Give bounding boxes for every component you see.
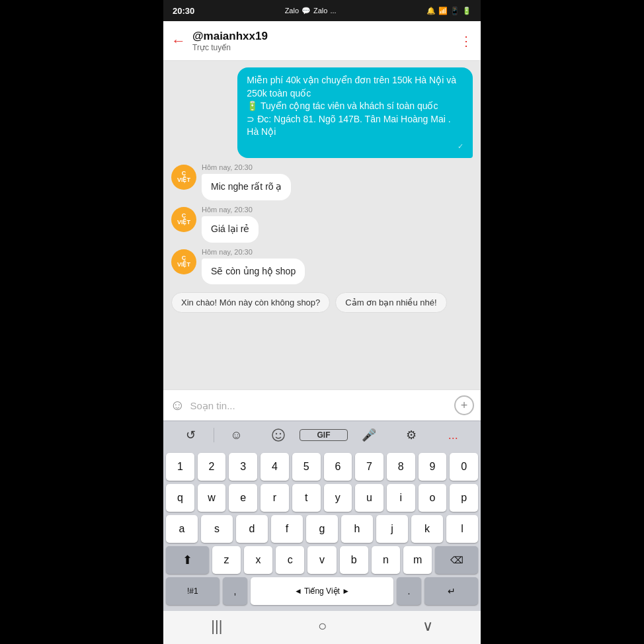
keyboard-row-asdf: a s d f g h j k l (166, 515, 478, 543)
key-8[interactable]: 8 (387, 453, 415, 481)
alarm-icon: 🔔 (426, 7, 436, 15)
incoming-message-group: CVIỆT Hôm nay, 20:30 Mic nghe rất rõ ạ (171, 163, 473, 200)
key-g[interactable]: g (306, 515, 338, 543)
key-x[interactable]: x (244, 546, 272, 574)
key-9[interactable]: 9 (419, 453, 447, 481)
back-button[interactable]: ← (171, 32, 186, 50)
message-input[interactable] (190, 400, 449, 411)
key-s[interactable]: s (201, 515, 233, 543)
key-f[interactable]: f (271, 515, 303, 543)
smiley-button[interactable]: ☺ (216, 426, 258, 445)
svg-point-1 (276, 433, 277, 434)
shift-key[interactable]: ⬆ (166, 546, 209, 574)
key-l[interactable]: l (446, 515, 478, 543)
key-i[interactable]: i (387, 484, 415, 512)
separator (214, 428, 214, 442)
key-h[interactable]: h (341, 515, 373, 543)
navigation-bar: ||| ○ ∨ (163, 611, 481, 644)
recent-nav-button[interactable]: ∨ (423, 618, 433, 635)
quick-replies: Xin chào! Món này còn không shop? Cảm ơn… (171, 290, 473, 315)
key-4[interactable]: 4 (261, 453, 289, 481)
message-bubble: Giá lại rẻ (202, 216, 259, 243)
keyboard-row-bottom: !#1 , ◄ Tiếng Việt ► . ↵ (166, 577, 478, 605)
keyboard-toolbar: ↺ ☺ GIF 🎤 ⚙ ... (163, 421, 481, 449)
key-b[interactable]: b (340, 546, 368, 574)
quick-reply-2[interactable]: Cảm ơn bạn nhiều nhé! (335, 292, 446, 313)
key-5[interactable]: 5 (292, 453, 321, 481)
sticker-button[interactable] (257, 426, 300, 444)
key-7[interactable]: 7 (355, 453, 383, 481)
keyboard-row-qwerty: q w e r t y u i o p (166, 484, 478, 512)
key-0[interactable]: 0 (450, 453, 478, 481)
space-key[interactable]: ◄ Tiếng Việt ► (251, 577, 393, 605)
enter-key[interactable]: ↵ (424, 577, 478, 605)
chat-area: Miễn phí 40k vận chuyển đơn trên 150k Hà… (163, 61, 481, 389)
key-y[interactable]: y (324, 484, 352, 512)
key-t[interactable]: t (292, 484, 321, 512)
incoming-message-group: CVIỆT Hôm nay, 20:30 Sẽ còn ủng hộ shop (171, 248, 473, 285)
key-u[interactable]: u (355, 484, 383, 512)
key-p[interactable]: p (450, 484, 478, 512)
emoji-button[interactable]: ☺ (170, 397, 184, 414)
key-j[interactable]: j (376, 515, 408, 543)
key-3[interactable]: 3 (229, 453, 257, 481)
message-timestamp: Hôm nay, 20:30 (202, 248, 305, 256)
more-options-button[interactable]: ⋮ (460, 33, 473, 49)
keyboard-row-zxcv: ⬆ z x c v b n m ⌫ (166, 546, 478, 574)
message-content: Hôm nay, 20:30 Giá lại rẻ (202, 206, 259, 243)
message-tick: ✓ (247, 141, 463, 151)
signal-icon: 📱 (450, 7, 460, 15)
home-nav-button[interactable]: ○ (318, 618, 327, 635)
avatar: CVIỆT (171, 165, 196, 190)
key-6[interactable]: 6 (324, 453, 352, 481)
message-content: Hôm nay, 20:30 Mic nghe rất rõ ạ (202, 163, 291, 200)
add-button[interactable]: + (454, 395, 474, 415)
key-m[interactable]: m (403, 546, 432, 574)
key-a[interactable]: a (166, 515, 198, 543)
avatar: CVIỆT (171, 249, 196, 274)
wifi-icon: 📶 (438, 7, 448, 15)
key-w[interactable]: w (198, 484, 226, 512)
message-timestamp: Hôm nay, 20:30 (202, 206, 259, 214)
svg-point-0 (272, 429, 284, 441)
key-z[interactable]: z (212, 546, 241, 574)
message-bubble: Mic nghe rất rõ ạ (202, 174, 291, 200)
key-n[interactable]: n (372, 546, 400, 574)
message-content: Hôm nay, 20:30 Sẽ còn ủng hộ shop (202, 248, 305, 285)
contact-name: @maianhxx19 (192, 30, 460, 43)
period-key[interactable]: . (397, 577, 422, 605)
outgoing-text: Miễn phí 40k vận chuyển đơn trên 150k Hà… (247, 75, 456, 137)
key-c[interactable]: c (276, 546, 304, 574)
more-toolbar-button[interactable]: ... (432, 426, 474, 445)
comma-key[interactable]: , (223, 577, 248, 605)
input-area: ☺ + (163, 389, 481, 421)
key-q[interactable]: q (166, 484, 194, 512)
special-key[interactable]: !#1 (166, 577, 220, 605)
recent-emoji-button[interactable]: ↺ (170, 425, 212, 445)
chat-header: ← @maianhxx19 Trực tuyến ⋮ (163, 21, 481, 61)
key-2[interactable]: 2 (198, 453, 226, 481)
gif-button[interactable]: GIF (300, 429, 348, 441)
status-apps: Zalo 💬 Zalo ... (285, 7, 337, 15)
key-r[interactable]: r (261, 484, 289, 512)
contact-status: Trực tuyến (192, 43, 460, 52)
mic-button[interactable]: 🎤 (348, 425, 390, 445)
status-icons: 🔔 📶 📱 🔋 (426, 7, 471, 15)
key-k[interactable]: k (411, 515, 443, 543)
back-nav-button[interactable]: ||| (211, 618, 222, 635)
key-v[interactable]: v (307, 546, 336, 574)
quick-reply-1[interactable]: Xin chào! Món này còn không shop? (171, 292, 330, 313)
avatar: CVIỆT (171, 207, 196, 232)
delete-key[interactable]: ⌫ (435, 546, 478, 574)
key-1[interactable]: 1 (166, 453, 194, 481)
settings-button[interactable]: ⚙ (390, 425, 432, 445)
key-o[interactable]: o (419, 484, 447, 512)
keyboard-row-numbers: 1 2 3 4 5 6 7 8 9 0 (166, 453, 478, 481)
status-time: 20:30 (173, 6, 194, 16)
status-bar: 20:30 Zalo 💬 Zalo ... 🔔 📶 📱 🔋 (163, 0, 481, 21)
battery-icon: 🔋 (462, 7, 471, 15)
key-d[interactable]: d (236, 515, 268, 543)
key-e[interactable]: e (229, 484, 257, 512)
outgoing-message: Miễn phí 40k vận chuyển đơn trên 150k Hà… (237, 67, 473, 158)
svg-point-2 (280, 433, 281, 434)
